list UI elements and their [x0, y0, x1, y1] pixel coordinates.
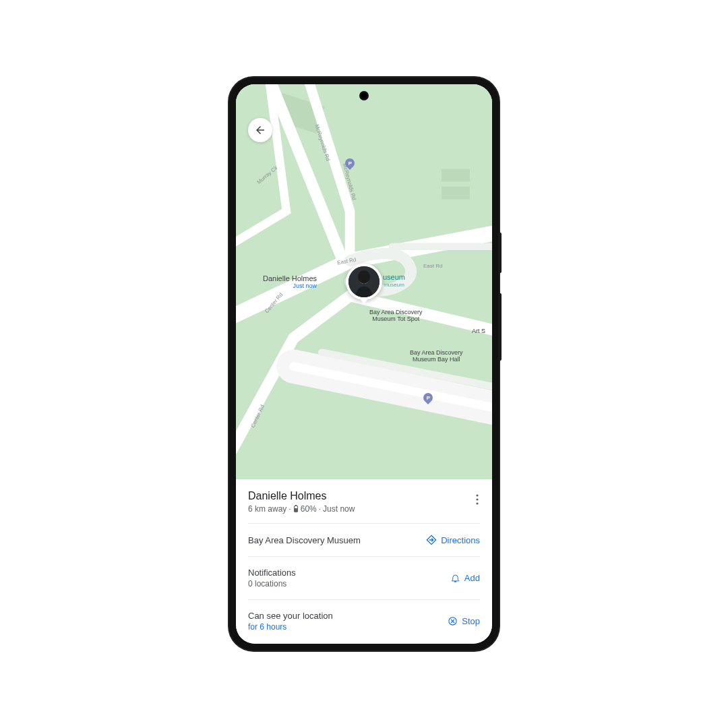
- sheet-header: Danielle Holmes 6 km away · 60% · Just n…: [248, 479, 480, 523]
- directions-button[interactable]: Directions: [426, 535, 480, 545]
- sharing-title: Can see your location: [248, 611, 333, 621]
- distance-text: 6 km away: [248, 504, 286, 514]
- more-options-button[interactable]: [475, 490, 480, 511]
- row-sharing: Can see your location for 6 hours Stop: [248, 599, 480, 644]
- map-area[interactable]: McReynolds Rd McReynolds Rd Murray Cir C…: [236, 84, 492, 479]
- current-place: Bay Area Discovery Musuem: [248, 535, 361, 545]
- camera-punch-hole: [359, 91, 369, 100]
- poi-museum-main: useum museum: [383, 273, 405, 289]
- poi-art: Art S: [472, 328, 485, 335]
- poi-bay-hall: Bay Area DiscoveryMuseum Bay Hall: [410, 350, 463, 363]
- svg-rect-3: [442, 187, 470, 200]
- directions-icon: [426, 535, 437, 545]
- road-label-east: East Rd: [423, 263, 442, 269]
- add-notification-button[interactable]: Add: [450, 573, 480, 583]
- map-pin-label: Danielle Holmes Just now: [263, 274, 317, 289]
- svg-point-8: [476, 502, 478, 504]
- stop-sharing-button[interactable]: Stop: [448, 616, 480, 626]
- more-vertical-icon: [476, 494, 479, 505]
- avatar-image: [348, 266, 380, 297]
- notifications-title: Notifications: [248, 568, 296, 578]
- phone-side-button: [498, 233, 502, 273]
- svg-point-6: [476, 494, 478, 496]
- person-name: Danielle Holmes: [248, 490, 355, 502]
- person-status-line: 6 km away · 60% · Just now: [248, 504, 355, 514]
- bottom-sheet: Danielle Holmes 6 km away · 60% · Just n…: [236, 479, 492, 644]
- sharing-duration[interactable]: for 6 hours: [248, 622, 333, 632]
- svg-point-7: [476, 498, 478, 500]
- row-notifications: Notifications 0 locations Add: [248, 556, 480, 599]
- back-button[interactable]: [248, 118, 272, 142]
- avatar-pin[interactable]: [346, 264, 382, 300]
- phone-frame: McReynolds Rd McReynolds Rd Murray Cir C…: [229, 78, 499, 650]
- map-pin-name: Danielle Holmes: [263, 274, 317, 282]
- bell-add-icon: [450, 573, 460, 583]
- updated-text: Just now: [323, 504, 355, 514]
- row-location: Bay Area Discovery Musuem Directions: [248, 523, 480, 556]
- phone-volume-button: [498, 293, 502, 361]
- battery-text: 60%: [301, 504, 317, 514]
- notifications-sub: 0 locations: [248, 579, 296, 588]
- stop-circle-icon: [448, 616, 458, 626]
- poi-tot-spot: Bay Area DiscoveryMuseum Tot Spot: [369, 309, 423, 323]
- battery-icon: [294, 506, 298, 512]
- map-pin-time: Just now: [263, 282, 317, 289]
- svg-rect-2: [442, 169, 470, 182]
- arrow-left-icon: [254, 124, 266, 136]
- screen: McReynolds Rd McReynolds Rd Murray Cir C…: [236, 84, 492, 644]
